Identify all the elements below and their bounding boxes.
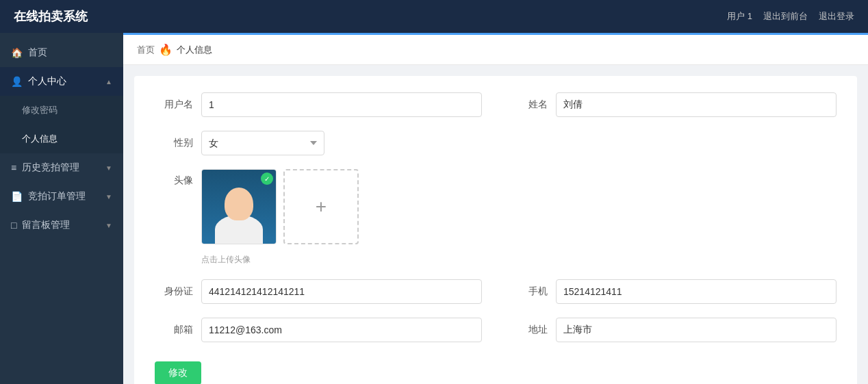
id-field: 身份证 — [155, 279, 482, 304]
message-icon: □ — [11, 220, 16, 231]
submit-button[interactable]: 修改 — [155, 361, 201, 384]
change-password-label: 修改密码 — [22, 104, 58, 116]
sidebar-sub-personal: 修改密码 个人信息 — [0, 96, 123, 153]
breadcrumb-current: 个人信息 — [177, 44, 212, 56]
avatar-add-button[interactable]: + — [283, 169, 359, 244]
list-icon: ≡ — [11, 162, 16, 173]
breadcrumb-home[interactable]: 首页 — [137, 44, 155, 56]
sidebar-item-personal-info[interactable]: 个人信息 — [0, 125, 123, 153]
logout-button[interactable]: 退出登录 — [819, 10, 854, 23]
sidebar-item-messages[interactable]: □ 留言板管理 ▼ — [0, 211, 123, 240]
avatar-existing[interactable]: ✓ — [201, 169, 277, 244]
sidebar-item-change-password[interactable]: 修改密码 — [0, 96, 123, 125]
chevron-right-icon: ▼ — [105, 164, 112, 172]
header-nav: 用户 1 退出到前台 退出登录 — [727, 10, 854, 23]
form-row-1: 用户名 姓名 — [155, 92, 837, 117]
person-icon: 👤 — [11, 76, 23, 87]
phone-field: 手机 — [509, 279, 837, 304]
form-row-5: 邮箱 地址 — [155, 318, 837, 342]
sidebar: 🏠 首页 👤 个人中心 ▲ 修改密码 个人信息 ≡ 历史竞拍管理 ▼ 📄 竞拍订… — [0, 33, 123, 384]
address-label: 地址 — [509, 324, 548, 336]
realname-field: 姓名 — [509, 92, 837, 117]
user-label: 用户 1 — [727, 10, 752, 23]
sidebar-messages-label: 留言板管理 — [22, 219, 70, 231]
gender-field: 性别 女 男 — [155, 131, 324, 155]
plus-icon: + — [316, 196, 327, 218]
avatar-label: 头像 — [155, 175, 193, 187]
sidebar-item-orders[interactable]: 📄 竞拍订单管理 ▼ — [0, 182, 123, 211]
chevron-down-icon: ▲ — [105, 78, 112, 86]
email-field: 邮箱 — [155, 318, 482, 342]
avatar-check-icon: ✓ — [261, 172, 273, 185]
avatar-row: 头像 ✓ — [155, 169, 837, 266]
main-content: 首页 🔥 个人信息 用户名 姓名 性别 — [123, 33, 868, 384]
home-icon: 🏠 — [11, 47, 23, 58]
address-field: 地址 — [509, 318, 837, 342]
back-button[interactable]: 退出到前台 — [763, 10, 808, 23]
avatar-hint: 点击上传头像 — [201, 254, 359, 266]
sidebar-item-history[interactable]: ≡ 历史竞拍管理 ▼ — [0, 153, 123, 182]
username-label: 用户名 — [155, 99, 193, 111]
sidebar-personal-label: 个人中心 — [28, 75, 66, 88]
submit-row: 修改 — [155, 356, 837, 384]
header: 在线拍卖系统 用户 1 退出到前台 退出登录 — [0, 0, 868, 33]
realname-input[interactable] — [556, 92, 837, 117]
email-label: 邮箱 — [155, 324, 193, 336]
realname-label: 姓名 — [509, 99, 548, 111]
form-row-4: 身份证 手机 — [155, 279, 837, 304]
personal-info-form: 用户名 姓名 性别 女 男 头 — [134, 76, 857, 384]
orders-icon: 📄 — [11, 191, 23, 202]
phone-input[interactable] — [556, 279, 837, 304]
form-row-2: 性别 女 男 — [155, 131, 837, 155]
sidebar-history-label: 历史竞拍管理 — [22, 162, 79, 174]
sidebar-item-personal[interactable]: 👤 个人中心 ▲ — [0, 67, 123, 96]
id-label: 身份证 — [155, 285, 193, 298]
app-title: 在线拍卖系统 — [14, 8, 88, 25]
avatar-images: ✓ + — [201, 169, 359, 244]
breadcrumb-separator-icon: 🔥 — [159, 43, 173, 56]
gender-label: 性别 — [155, 137, 193, 149]
chevron-right-icon-3: ▼ — [105, 222, 112, 229]
username-input[interactable] — [201, 92, 482, 117]
address-input[interactable] — [556, 318, 837, 342]
phone-label: 手机 — [509, 285, 548, 298]
sidebar-home-label: 首页 — [28, 47, 47, 59]
email-input[interactable] — [201, 318, 482, 342]
personal-info-label: 个人信息 — [22, 133, 58, 145]
sidebar-orders-label: 竞拍订单管理 — [28, 190, 86, 203]
chevron-right-icon-2: ▼ — [105, 193, 112, 201]
id-input[interactable] — [201, 279, 482, 304]
username-field: 用户名 — [155, 92, 482, 117]
sidebar-item-home[interactable]: 🏠 首页 — [0, 38, 123, 67]
breadcrumb: 首页 🔥 个人信息 — [123, 33, 868, 65]
gender-select[interactable]: 女 男 — [201, 131, 324, 155]
avatar-upload-area: ✓ + 点击上传头像 — [201, 169, 359, 266]
